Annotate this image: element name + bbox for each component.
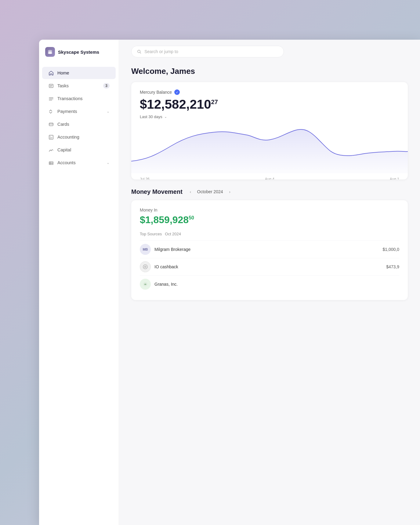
sidebar-logo: Skyscape Systems bbox=[39, 47, 119, 67]
search-icon bbox=[137, 49, 141, 54]
balance-amount: $12,582,21027 bbox=[140, 97, 399, 111]
month-nav: ‹ October 2024 › bbox=[187, 188, 234, 195]
money-movement-header: Money Movement ‹ October 2024 › bbox=[131, 188, 408, 195]
search-bar bbox=[119, 40, 420, 63]
sidebar-item-accounting[interactable]: Accounting bbox=[42, 131, 116, 143]
source-item-granas[interactable]: Granas, Inc. bbox=[140, 275, 399, 293]
source-item-io[interactable]: IO cashback $473,9 bbox=[140, 258, 399, 275]
sidebar-item-payments-label: Payments bbox=[57, 109, 77, 114]
sidebar-item-home[interactable]: Home bbox=[42, 67, 116, 79]
svg-rect-6 bbox=[49, 162, 53, 163]
sidebar-item-accounting-label: Accounting bbox=[57, 135, 79, 139]
logo-icon bbox=[45, 47, 55, 57]
source-avatar-gr bbox=[140, 279, 151, 290]
sidebar-item-capital-label: Capital bbox=[57, 147, 71, 152]
svg-rect-4 bbox=[49, 123, 53, 126]
sidebar-item-accounts-label: Accounts bbox=[57, 160, 76, 165]
sidebar-item-home-label: Home bbox=[57, 71, 69, 75]
tasks-badge: 3 bbox=[103, 83, 110, 89]
svg-point-10 bbox=[145, 266, 146, 267]
money-in-card: Money In $1,859,92850 Top Sources Oct 20… bbox=[131, 200, 408, 300]
payments-chevron: ⌄ bbox=[107, 109, 110, 114]
sidebar-item-capital[interactable]: Capital bbox=[42, 144, 116, 156]
sidebar-item-transactions-label: Transactions bbox=[57, 96, 82, 101]
payments-icon bbox=[48, 109, 54, 114]
source-name-io: IO cashback bbox=[154, 264, 382, 269]
io-icon bbox=[143, 264, 148, 270]
accounting-icon bbox=[48, 134, 54, 140]
sidebar: Skyscape Systems Home Tasks 3 bbox=[39, 40, 119, 525]
search-wrapper[interactable] bbox=[131, 46, 284, 57]
source-name-granas: Granas, Inc. bbox=[154, 282, 396, 287]
source-avatar-mb: MB bbox=[140, 244, 151, 255]
balance-card: Mercury Balance ✓ $12,582,21027 Last 30 … bbox=[131, 82, 408, 179]
sidebar-item-cards-label: Cards bbox=[57, 122, 69, 127]
cards-icon bbox=[48, 121, 54, 127]
sidebar-item-accounts[interactable]: Accounts ⌄ bbox=[42, 157, 116, 169]
prev-month-button[interactable]: ‹ bbox=[187, 188, 194, 195]
content-area: Welcome, James Mercury Balance ✓ $12,582… bbox=[119, 63, 420, 312]
period-chevron-icon: ⌄ bbox=[164, 115, 167, 119]
money-movement-title: Money Movement bbox=[131, 188, 183, 195]
tasks-icon bbox=[48, 83, 54, 89]
sidebar-item-tasks[interactable]: Tasks 3 bbox=[42, 80, 116, 92]
sidebar-item-payments[interactable]: Payments ⌄ bbox=[42, 105, 116, 118]
balance-period[interactable]: Last 30 days ⌄ bbox=[140, 114, 399, 119]
capital-icon bbox=[48, 147, 54, 153]
next-month-button[interactable]: › bbox=[226, 188, 234, 195]
shield-verified-icon: ✓ bbox=[174, 89, 180, 95]
page-title: Welcome, James bbox=[131, 67, 408, 76]
accounts-icon bbox=[48, 160, 54, 165]
company-name: Skyscape Systems bbox=[58, 49, 99, 55]
accounts-chevron: ⌄ bbox=[107, 161, 110, 165]
main-content: Welcome, James Mercury Balance ✓ $12,582… bbox=[119, 40, 420, 525]
svg-point-2 bbox=[48, 52, 52, 54]
source-item-milgram[interactable]: MB Milgram Brokerage $1,000,0 bbox=[140, 241, 399, 258]
top-sources-header: Top Sources Oct 2024 bbox=[140, 232, 399, 236]
transactions-icon bbox=[48, 96, 54, 101]
svg-rect-3 bbox=[49, 84, 53, 88]
home-icon bbox=[48, 70, 54, 76]
balance-label: Mercury Balance ✓ bbox=[140, 89, 399, 95]
current-month: October 2024 bbox=[197, 189, 223, 194]
search-input[interactable] bbox=[144, 49, 278, 54]
svg-rect-5 bbox=[49, 163, 53, 165]
sidebar-item-cards[interactable]: Cards bbox=[42, 118, 116, 130]
source-name-milgram: Milgram Brokerage bbox=[154, 247, 379, 252]
money-in-amount: $1,859,92850 bbox=[140, 214, 399, 226]
sidebar-item-transactions[interactable]: Transactions bbox=[42, 92, 116, 105]
sidebar-item-tasks-label: Tasks bbox=[57, 83, 69, 88]
source-amount-io: $473,9 bbox=[386, 264, 399, 269]
gr-icon bbox=[143, 281, 148, 287]
source-avatar-io bbox=[140, 261, 151, 272]
source-amount-milgram: $1,000,0 bbox=[383, 247, 400, 252]
money-in-label: Money In bbox=[140, 208, 399, 212]
chart-labels: Jul 26 Aug 4 Aug 1 bbox=[131, 175, 408, 179]
balance-chart: Jul 26 Aug 4 Aug 1 bbox=[131, 125, 408, 179]
